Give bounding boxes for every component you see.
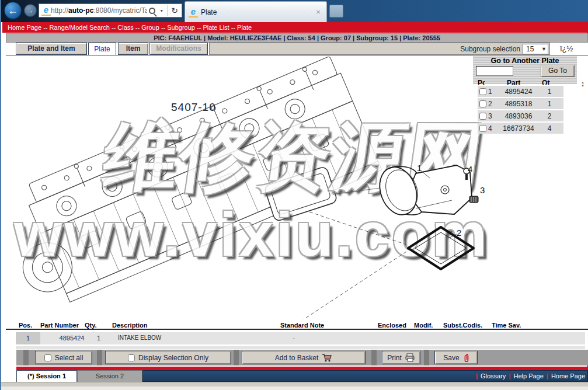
part-qty: 2 — [541, 112, 558, 120]
print-button[interactable]: Print — [382, 351, 420, 364]
select-all-checkbox[interactable] — [44, 354, 51, 361]
callout-2: 2 — [457, 228, 461, 238]
header-qty: Qty. — [85, 322, 97, 329]
printer-icon — [405, 353, 415, 362]
footer-links-bar: | Glossary | Help Page | Home Page — [142, 370, 588, 382]
goto-part-row[interactable]: 1 4895424 1 — [478, 86, 563, 97]
add-to-basket-label: Add to Basket — [275, 354, 319, 362]
new-tab-button[interactable] — [329, 5, 343, 18]
select-all-label: Select all — [55, 354, 83, 362]
session-row: (*) Session 1 Session 2 | Glossary | Hel… — [16, 370, 588, 382]
tab-modifications: Modifications — [149, 43, 208, 55]
goto-panel-title: Go to Another Plate — [473, 57, 577, 65]
cart-icon — [322, 353, 332, 363]
url-text[interactable]: http://auto-pc:8080/mycatric/Table — [51, 6, 147, 15]
list-scroll-spinner[interactable]: ▲ ▼ — [580, 81, 586, 88]
browser-tab-plate[interactable]: e Plate × — [185, 1, 327, 22]
part-number: 16673734 — [496, 124, 541, 133]
breadcrumb[interactable]: Home Page -- Range/Model Search -- Class… — [2, 22, 588, 33]
part-pos: 2 — [488, 100, 496, 108]
part-qty: 4 — [541, 124, 558, 133]
subgroup-selection-strip: Subgroup selection 15 ▼ ï¿½ — [209, 43, 550, 55]
part-qty: 1 — [541, 100, 558, 108]
close-icon[interactable]: × — [314, 8, 323, 16]
add-to-basket-button[interactable]: Add to Basket — [242, 351, 366, 364]
chevron-down-icon: ▼ — [541, 46, 548, 52]
cell-pos[interactable]: 1 — [16, 332, 40, 344]
part-checkbox[interactable] — [479, 113, 486, 120]
goto-part-row[interactable]: 2 4895318 1 — [478, 98, 563, 109]
header-modif: Modif. — [414, 322, 433, 329]
subgroup-select[interactable]: 15 ▼ — [523, 44, 548, 54]
function-tab-row: Plate and Item Plate Item Modifications … — [6, 43, 588, 55]
goto-part-row[interactable]: 4 16673734 4 — [478, 123, 563, 134]
browser-chrome: ← → e http://auto-pc:8080/mycatric/Table… — [1, 0, 588, 22]
search-icon[interactable] — [149, 8, 155, 14]
goto-part-row[interactable]: 3 4893036 2 — [478, 110, 563, 121]
divider — [371, 350, 377, 365]
divider — [23, 350, 29, 365]
divider — [424, 350, 429, 365]
tab-session-2[interactable]: Session 2 — [77, 370, 142, 382]
part-pos: 3 — [488, 112, 496, 120]
header-standard-note: Standard Note — [280, 322, 324, 329]
link-separator: | — [544, 372, 551, 379]
display-selection-label: Display Selection Only — [138, 354, 208, 362]
part-number: 4893036 — [496, 112, 541, 120]
part-checkbox[interactable] — [479, 125, 486, 132]
link-help-page[interactable]: Help Page — [513, 372, 543, 379]
header-pos: Pos. — [19, 322, 32, 329]
col-pos: Pos — [478, 79, 485, 85]
goto-button[interactable]: Go To — [541, 65, 575, 77]
subgroup-selection-label: Subgroup selection — [460, 45, 523, 53]
part-checkbox[interactable] — [479, 88, 486, 95]
display-selection-checkbox[interactable] — [128, 354, 135, 361]
tab-title: Plate — [198, 8, 314, 16]
table-row[interactable]: 1 4895424 1 INTAKE ELBOW - — [16, 332, 585, 344]
spinner-down-icon[interactable]: ▼ — [580, 84, 586, 88]
paperclip-icon — [463, 353, 469, 363]
header-enclosed: Enclosed — [378, 322, 406, 329]
tab-item[interactable]: Item — [118, 43, 148, 55]
cell-description: INTAKE ELBOW — [118, 335, 161, 341]
divider — [167, 5, 168, 16]
back-button[interactable]: ← — [4, 2, 22, 19]
part-pos: 1 — [488, 88, 496, 96]
part-checkbox[interactable] — [479, 100, 486, 107]
plate-info-bar: PIC: F4AEHEUL | Model: HEULIEZE3F4AE | C… — [6, 33, 588, 43]
cell-standard-note: - — [288, 335, 300, 342]
header-description: Description — [112, 322, 148, 329]
tab-session-1[interactable]: (*) Session 1 — [16, 370, 77, 382]
table-row-partial — [16, 346, 585, 349]
callout-4: 4 — [468, 164, 472, 174]
cell-part-number: 4895424 — [50, 335, 94, 342]
callout-1: 1 — [417, 163, 422, 173]
link-glossary[interactable]: Glossary — [481, 372, 506, 379]
divider — [97, 350, 102, 365]
goto-list-header: Pos Part Qty — [473, 77, 577, 85]
goto-plate-input[interactable] — [476, 66, 513, 76]
parts-table: Pos. Part Number Qty. Description Standa… — [6, 321, 588, 350]
part-number: 4895424 — [496, 88, 541, 96]
tab-plate[interactable]: Plate — [88, 43, 116, 56]
forward-button[interactable]: → — [24, 4, 37, 17]
chevron-down-icon[interactable]: ▼ — [157, 9, 166, 13]
select-all-button[interactable]: Select all — [35, 351, 92, 364]
address-bar[interactable]: e http://auto-pc:8080/mycatric/Table ▼ ↻ — [39, 4, 182, 18]
ie-icon: e — [189, 7, 198, 18]
link-home-page[interactable]: Home Page — [551, 372, 585, 379]
col-qty: Qty — [542, 79, 550, 85]
action-bar: Select all Display Selection Only Add to… — [16, 350, 588, 365]
subgroup-select-value: 15 — [523, 45, 541, 53]
status-bar — [1, 382, 588, 386]
tab-plate-and-item[interactable]: Plate and Item — [16, 43, 87, 55]
header-subst-codis: Subst.Codis. — [443, 322, 482, 329]
cell-qty: 1 — [92, 335, 106, 342]
display-selection-only-button[interactable]: Display Selection Only — [105, 351, 231, 364]
header-part-number: Part Number — [40, 322, 79, 329]
part-qty: 1 — [541, 88, 558, 96]
save-button[interactable]: Save — [434, 351, 478, 364]
link-separator: | — [506, 372, 513, 379]
ie-icon: e — [41, 5, 51, 16]
refresh-icon[interactable]: ↻ — [169, 6, 180, 15]
